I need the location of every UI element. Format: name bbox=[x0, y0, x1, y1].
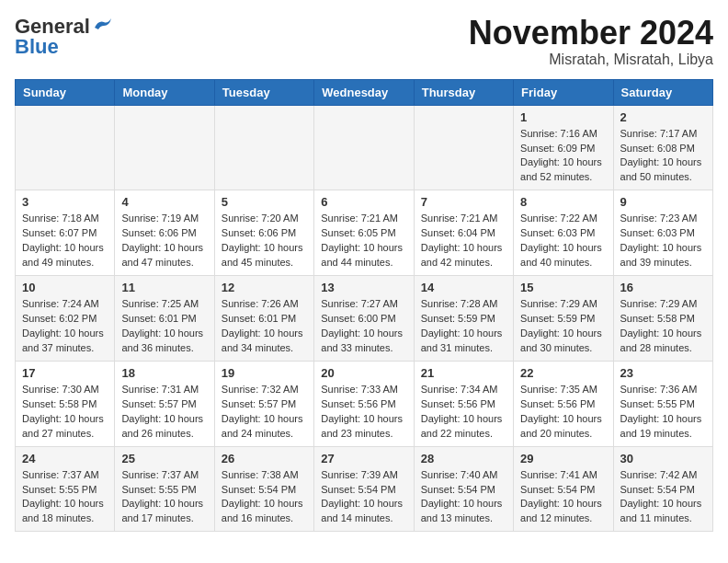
day-info: Sunrise: 7:31 AM Sunset: 5:57 PM Dayligh… bbox=[121, 383, 207, 442]
day-info: Sunrise: 7:41 AM Sunset: 5:54 PM Dayligh… bbox=[520, 468, 606, 527]
day-number: 22 bbox=[520, 366, 606, 380]
calendar-cell: 12Sunrise: 7:26 AM Sunset: 6:01 PM Dayli… bbox=[214, 276, 313, 362]
month-title: November 2024 bbox=[469, 15, 713, 52]
day-number: 12 bbox=[222, 281, 307, 294]
day-info: Sunrise: 7:32 AM Sunset: 5:57 PM Dayligh… bbox=[222, 383, 307, 442]
day-number: 17 bbox=[22, 366, 108, 380]
day-info: Sunrise: 7:33 AM Sunset: 5:56 PM Dayligh… bbox=[321, 383, 406, 442]
weekday-header-saturday: Saturday bbox=[613, 79, 712, 105]
day-number: 14 bbox=[421, 281, 506, 294]
calendar-cell: 13Sunrise: 7:27 AM Sunset: 6:00 PM Dayli… bbox=[314, 276, 414, 362]
day-info: Sunrise: 7:39 AM Sunset: 5:54 PM Dayligh… bbox=[321, 468, 406, 527]
calendar-header-row: SundayMondayTuesdayWednesdayThursdayFrid… bbox=[16, 79, 713, 105]
calendar-cell: 27Sunrise: 7:39 AM Sunset: 5:54 PM Dayli… bbox=[314, 446, 414, 532]
day-info: Sunrise: 7:37 AM Sunset: 5:55 PM Dayligh… bbox=[121, 468, 207, 527]
calendar-week-row: 24Sunrise: 7:37 AM Sunset: 5:55 PM Dayli… bbox=[16, 446, 713, 532]
calendar-cell: 20Sunrise: 7:33 AM Sunset: 5:56 PM Dayli… bbox=[314, 361, 414, 446]
calendar-cell: 29Sunrise: 7:41 AM Sunset: 5:54 PM Dayli… bbox=[514, 446, 613, 532]
calendar-cell bbox=[16, 105, 115, 190]
calendar-cell: 15Sunrise: 7:29 AM Sunset: 5:59 PM Dayli… bbox=[514, 276, 613, 362]
day-info: Sunrise: 7:25 AM Sunset: 6:01 PM Dayligh… bbox=[121, 297, 207, 356]
location-text: Misratah, Misratah, Libya bbox=[469, 52, 713, 68]
calendar-cell bbox=[214, 105, 313, 190]
day-number: 19 bbox=[222, 366, 307, 380]
day-number: 23 bbox=[620, 366, 706, 380]
calendar-cell: 19Sunrise: 7:32 AM Sunset: 5:57 PM Dayli… bbox=[214, 361, 313, 446]
calendar-cell bbox=[115, 105, 214, 190]
calendar-cell: 30Sunrise: 7:42 AM Sunset: 5:54 PM Dayli… bbox=[613, 446, 712, 532]
calendar-cell: 25Sunrise: 7:37 AM Sunset: 5:55 PM Dayli… bbox=[115, 446, 214, 532]
calendar-week-row: 3Sunrise: 7:18 AM Sunset: 6:07 PM Daylig… bbox=[16, 190, 713, 276]
day-number: 5 bbox=[222, 195, 307, 209]
weekday-header-sunday: Sunday bbox=[16, 79, 115, 105]
day-info: Sunrise: 7:24 AM Sunset: 6:02 PM Dayligh… bbox=[22, 297, 108, 356]
calendar-cell: 23Sunrise: 7:36 AM Sunset: 5:55 PM Dayli… bbox=[613, 361, 712, 446]
day-number: 6 bbox=[321, 195, 406, 209]
day-info: Sunrise: 7:18 AM Sunset: 6:07 PM Dayligh… bbox=[22, 212, 108, 270]
day-number: 9 bbox=[620, 195, 706, 209]
calendar-cell: 10Sunrise: 7:24 AM Sunset: 6:02 PM Dayli… bbox=[16, 276, 115, 362]
calendar-cell bbox=[314, 105, 414, 190]
day-info: Sunrise: 7:20 AM Sunset: 6:06 PM Dayligh… bbox=[222, 212, 307, 270]
calendar-cell: 11Sunrise: 7:25 AM Sunset: 6:01 PM Dayli… bbox=[115, 276, 214, 362]
day-number: 4 bbox=[121, 195, 207, 209]
day-info: Sunrise: 7:29 AM Sunset: 5:59 PM Dayligh… bbox=[520, 297, 606, 356]
calendar-week-row: 1Sunrise: 7:16 AM Sunset: 6:09 PM Daylig… bbox=[16, 105, 713, 190]
day-number: 28 bbox=[421, 452, 506, 465]
day-info: Sunrise: 7:23 AM Sunset: 6:03 PM Dayligh… bbox=[620, 212, 706, 270]
calendar-cell: 6Sunrise: 7:21 AM Sunset: 6:05 PM Daylig… bbox=[314, 190, 414, 276]
day-info: Sunrise: 7:42 AM Sunset: 5:54 PM Dayligh… bbox=[620, 468, 706, 527]
calendar-cell: 17Sunrise: 7:30 AM Sunset: 5:58 PM Dayli… bbox=[16, 361, 115, 446]
day-info: Sunrise: 7:26 AM Sunset: 6:01 PM Dayligh… bbox=[222, 297, 307, 356]
day-number: 2 bbox=[620, 110, 706, 124]
day-number: 21 bbox=[421, 366, 506, 380]
calendar-cell: 8Sunrise: 7:22 AM Sunset: 6:03 PM Daylig… bbox=[514, 190, 613, 276]
weekday-header-thursday: Thursday bbox=[414, 79, 513, 105]
day-number: 26 bbox=[222, 452, 307, 465]
day-info: Sunrise: 7:38 AM Sunset: 5:54 PM Dayligh… bbox=[222, 468, 307, 527]
calendar-cell: 28Sunrise: 7:40 AM Sunset: 5:54 PM Dayli… bbox=[414, 446, 513, 532]
day-info: Sunrise: 7:34 AM Sunset: 5:56 PM Dayligh… bbox=[421, 383, 506, 442]
day-number: 27 bbox=[321, 452, 406, 465]
day-number: 29 bbox=[520, 452, 606, 465]
day-info: Sunrise: 7:30 AM Sunset: 5:58 PM Dayligh… bbox=[22, 383, 108, 442]
calendar-cell: 7Sunrise: 7:21 AM Sunset: 6:04 PM Daylig… bbox=[414, 190, 513, 276]
day-number: 15 bbox=[520, 281, 606, 294]
calendar-cell: 21Sunrise: 7:34 AM Sunset: 5:56 PM Dayli… bbox=[414, 361, 513, 446]
day-info: Sunrise: 7:35 AM Sunset: 5:56 PM Dayligh… bbox=[520, 383, 606, 442]
calendar-cell: 2Sunrise: 7:17 AM Sunset: 6:08 PM Daylig… bbox=[613, 105, 712, 190]
day-info: Sunrise: 7:27 AM Sunset: 6:00 PM Dayligh… bbox=[321, 297, 406, 356]
calendar-cell: 22Sunrise: 7:35 AM Sunset: 5:56 PM Dayli… bbox=[514, 361, 613, 446]
calendar-cell bbox=[414, 105, 513, 190]
weekday-header-tuesday: Tuesday bbox=[214, 79, 313, 105]
day-number: 20 bbox=[321, 366, 406, 380]
calendar-cell: 3Sunrise: 7:18 AM Sunset: 6:07 PM Daylig… bbox=[16, 190, 115, 276]
day-number: 13 bbox=[321, 281, 406, 294]
logo: General Blue bbox=[15, 15, 113, 59]
day-number: 24 bbox=[22, 452, 108, 465]
day-number: 10 bbox=[22, 281, 108, 294]
calendar-cell: 26Sunrise: 7:38 AM Sunset: 5:54 PM Dayli… bbox=[214, 446, 313, 532]
logo-bird-icon bbox=[93, 17, 113, 33]
day-info: Sunrise: 7:21 AM Sunset: 6:05 PM Dayligh… bbox=[321, 212, 406, 270]
calendar-cell: 1Sunrise: 7:16 AM Sunset: 6:09 PM Daylig… bbox=[514, 105, 613, 190]
day-number: 18 bbox=[121, 366, 207, 380]
day-number: 8 bbox=[520, 195, 606, 209]
logo-blue-text: Blue bbox=[15, 35, 59, 59]
calendar-cell: 9Sunrise: 7:23 AM Sunset: 6:03 PM Daylig… bbox=[613, 190, 712, 276]
day-info: Sunrise: 7:40 AM Sunset: 5:54 PM Dayligh… bbox=[421, 468, 506, 527]
day-number: 11 bbox=[121, 281, 207, 294]
calendar-week-row: 10Sunrise: 7:24 AM Sunset: 6:02 PM Dayli… bbox=[16, 276, 713, 362]
calendar-table: SundayMondayTuesdayWednesdayThursdayFrid… bbox=[15, 79, 713, 533]
calendar-cell: 4Sunrise: 7:19 AM Sunset: 6:06 PM Daylig… bbox=[115, 190, 214, 276]
day-number: 3 bbox=[22, 195, 108, 209]
calendar-cell: 18Sunrise: 7:31 AM Sunset: 5:57 PM Dayli… bbox=[115, 361, 214, 446]
day-number: 25 bbox=[121, 452, 207, 465]
day-number: 1 bbox=[520, 110, 606, 124]
day-number: 30 bbox=[620, 452, 706, 465]
calendar-cell: 16Sunrise: 7:29 AM Sunset: 5:58 PM Dayli… bbox=[613, 276, 712, 362]
calendar-cell: 5Sunrise: 7:20 AM Sunset: 6:06 PM Daylig… bbox=[214, 190, 313, 276]
day-info: Sunrise: 7:37 AM Sunset: 5:55 PM Dayligh… bbox=[22, 468, 108, 527]
day-number: 7 bbox=[421, 195, 506, 209]
day-info: Sunrise: 7:28 AM Sunset: 5:59 PM Dayligh… bbox=[421, 297, 506, 356]
